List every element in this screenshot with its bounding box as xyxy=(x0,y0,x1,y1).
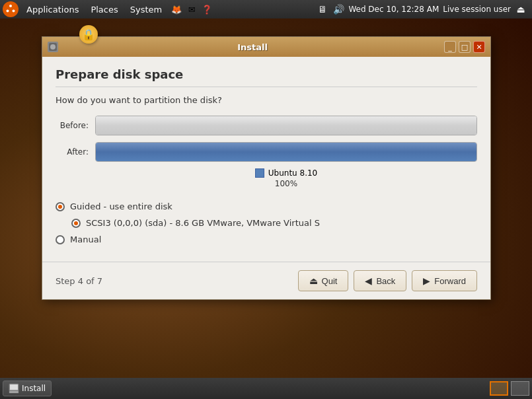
quit-icon: ⏏ xyxy=(309,275,318,286)
legend-color-box xyxy=(255,168,264,178)
option-guided[interactable]: Guided - use entire disk xyxy=(56,201,477,211)
back-icon: ◀ xyxy=(365,275,372,286)
taskbar-app-icons: 🦊 ✉ ❓ xyxy=(170,3,213,16)
footer-buttons: ⏏ Quit ◀ Back ▶ Forward xyxy=(298,270,477,291)
disk-legend: Ubuntu 8.10 xyxy=(95,168,477,178)
svg-rect-8 xyxy=(9,391,19,393)
taskbar-bottom: Install xyxy=(0,378,532,399)
svg-point-5 xyxy=(50,44,56,50)
forward-icon: ▶ xyxy=(423,275,430,286)
forward-label: Forward xyxy=(434,276,466,286)
lock-badge: 🔒 xyxy=(79,25,98,44)
legend-percent: 100% xyxy=(95,179,477,188)
svg-point-2 xyxy=(13,10,15,13)
before-disk-row: Before: xyxy=(56,116,477,135)
before-bar-container xyxy=(95,116,477,135)
radio-scsi[interactable] xyxy=(71,219,81,228)
quit-button[interactable]: ⏏ Quit xyxy=(298,270,349,291)
svg-rect-7 xyxy=(10,384,18,390)
after-bar xyxy=(96,143,476,161)
options-section: Guided - use entire disk SCSI3 (0,0,0) (… xyxy=(56,201,477,244)
radio-manual[interactable] xyxy=(56,235,65,244)
before-bar xyxy=(96,116,476,135)
svg-point-3 xyxy=(7,10,9,13)
menu-applications[interactable]: Applications xyxy=(21,2,84,17)
taskbar-top: Applications Places System 🦊 ✉ ❓ 🖥 🔊 Wed… xyxy=(0,0,532,18)
install-dialog: Install _ □ ✕ Prepare disk space How do … xyxy=(42,36,491,300)
taskbar-user: Live session user xyxy=(443,5,511,14)
logout-icon[interactable]: ⏏ xyxy=(515,3,527,15)
install-taskbar-icon xyxy=(9,383,19,394)
back-label: Back xyxy=(376,276,395,286)
radio-guided[interactable] xyxy=(56,202,65,211)
back-button[interactable]: ◀ Back xyxy=(354,270,406,291)
label-guided: Guided - use entire disk xyxy=(70,201,172,211)
taskbar-menu: Applications Places System xyxy=(21,2,167,17)
dialog-content: Prepare disk space How do you want to pa… xyxy=(42,57,490,262)
mail-icon[interactable]: ✉ xyxy=(185,3,198,16)
option-scsi[interactable]: SCSI3 (0,0,0) (sda) - 8.6 GB VMware, VMw… xyxy=(71,218,477,228)
window-maximize-button[interactable]: □ xyxy=(459,41,471,53)
before-label: Before: xyxy=(56,121,89,130)
dialog-title: Install xyxy=(63,42,441,52)
taskbar-time: Wed Dec 10, 12:28 AM xyxy=(348,5,439,14)
taskbar-right: 🖥 🔊 Wed Dec 10, 12:28 AM Live session us… xyxy=(317,3,532,15)
menu-places[interactable]: Places xyxy=(85,2,123,17)
dialog-footer: Step 4 of 7 ⏏ Quit ◀ Back ▶ Forward xyxy=(42,262,490,299)
after-disk-row: After: xyxy=(56,142,477,162)
network-icon: 🖥 xyxy=(317,3,328,15)
install-taskbar-btn[interactable]: Install xyxy=(3,381,52,396)
option-manual[interactable]: Manual xyxy=(56,235,477,244)
svg-point-1 xyxy=(9,5,12,7)
dialog-titlebar: Install _ □ ✕ xyxy=(42,37,490,57)
dialog-header: Prepare disk space xyxy=(56,67,477,87)
dialog-titlebar-icon xyxy=(48,42,58,52)
legend-label: Ubuntu 8.10 xyxy=(268,168,317,178)
radio-dot-guided xyxy=(58,205,62,209)
taskbar-bottom-right xyxy=(490,381,529,396)
desktop-switcher-2[interactable] xyxy=(511,381,529,396)
desktop: Applications Places System 🦊 ✉ ❓ 🖥 🔊 Wed… xyxy=(0,0,532,399)
dialog-subtitle: How do you want to partition the disk? xyxy=(56,95,477,105)
forward-button[interactable]: ▶ Forward xyxy=(412,270,477,291)
menu-system[interactable]: System xyxy=(125,2,167,17)
radio-dot-scsi xyxy=(74,221,78,225)
after-bar-container xyxy=(95,142,477,162)
volume-icon: 🔊 xyxy=(332,3,344,15)
quit-label: Quit xyxy=(322,276,338,286)
ubuntu-logo[interactable] xyxy=(3,1,19,17)
firefox-icon[interactable]: 🦊 xyxy=(170,3,183,16)
step-indicator: Step 4 of 7 xyxy=(56,276,102,286)
window-close-button[interactable]: ✕ xyxy=(473,41,485,53)
help-icon[interactable]: ❓ xyxy=(200,3,213,16)
label-scsi: SCSI3 (0,0,0) (sda) - 8.6 GB VMware, VMw… xyxy=(86,218,320,228)
desktop-switcher-1[interactable] xyxy=(490,381,508,396)
install-taskbar-label: Install xyxy=(22,384,46,393)
window-minimize-button[interactable]: _ xyxy=(444,41,456,53)
after-label: After: xyxy=(56,147,89,157)
label-manual: Manual xyxy=(70,235,101,244)
